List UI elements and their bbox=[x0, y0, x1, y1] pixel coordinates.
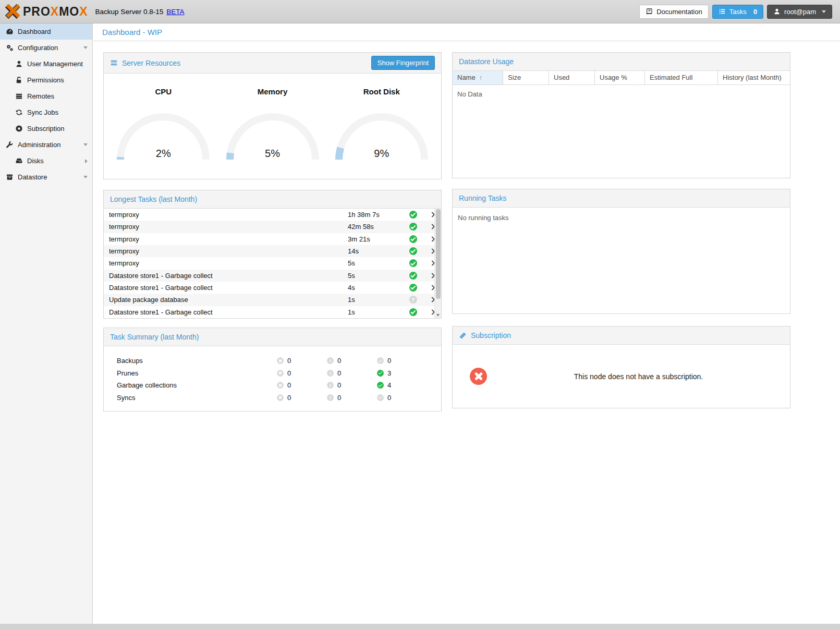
task-row[interactable]: termproxy 1h 38m 7s bbox=[104, 209, 441, 221]
sidebar-item-disks[interactable]: Disks bbox=[0, 153, 92, 169]
sidebar-item-sync-jobs[interactable]: Sync Jobs bbox=[0, 104, 92, 120]
ok-count-icon bbox=[377, 357, 384, 364]
proxmox-logo: PROXMOX bbox=[4, 4, 88, 19]
gauge-percent-value: 9% bbox=[332, 148, 431, 160]
tasks-button[interactable]: Tasks 0 bbox=[712, 5, 763, 19]
ok-count-icon bbox=[377, 370, 384, 377]
datastore-usage-column-headers: NameSizeUsedUsage %Estimated FullHistory… bbox=[453, 71, 790, 85]
column-header[interactable]: History (last Month) bbox=[718, 71, 790, 84]
longest-tasks-header: Longest Tasks (last Month) bbox=[104, 190, 441, 209]
task-duration: 1s bbox=[348, 296, 404, 304]
task-status-icon bbox=[409, 308, 417, 316]
main-area: Dashboard - WIP Server Resources Show Fi… bbox=[93, 23, 840, 624]
ok-count: 3 bbox=[387, 369, 391, 377]
column-header[interactable]: Estimated Full bbox=[645, 71, 718, 84]
gears-icon bbox=[6, 44, 14, 52]
proxmox-x-logo-icon bbox=[4, 4, 21, 19]
brand-segment: MO bbox=[59, 5, 79, 19]
user-menu-button[interactable]: root@pam bbox=[767, 5, 832, 19]
scrollbar-down-arrow[interactable] bbox=[436, 314, 440, 317]
task-name: Datastore store1 - Garbage collect bbox=[109, 308, 348, 316]
brand-segment: X bbox=[79, 5, 88, 19]
warning-count-icon bbox=[327, 394, 334, 401]
sync-icon bbox=[15, 108, 23, 116]
datastore-usage-title: Datastore Usage bbox=[459, 57, 514, 66]
no-subscription-error-icon bbox=[470, 368, 487, 385]
gauge: Memory 5% bbox=[223, 87, 322, 179]
ok-count-icon bbox=[377, 394, 384, 401]
error-count-icon bbox=[277, 357, 284, 364]
error-count-icon bbox=[277, 394, 284, 401]
subscription-message: This node does not have a subscription. bbox=[487, 372, 790, 381]
server-resources-header: Server Resources Show Fingerprint bbox=[104, 53, 441, 74]
sidebar-item-configuration[interactable]: Configuration bbox=[0, 40, 92, 56]
chevron-down-icon bbox=[822, 10, 826, 13]
task-row[interactable]: termproxy 42m 58s bbox=[104, 221, 441, 233]
task-name: Datastore store1 - Garbage collect bbox=[109, 272, 348, 280]
task-row[interactable]: Update package database 1s bbox=[104, 294, 441, 306]
sidebar-item-administration[interactable]: Administration bbox=[0, 137, 92, 153]
task-row[interactable]: Datastore store1 - Garbage collect 5s bbox=[104, 270, 441, 282]
task-row[interactable]: termproxy 3m 21s bbox=[104, 233, 441, 245]
task-status-icon bbox=[409, 284, 417, 292]
datastore-usage-header: Datastore Usage bbox=[453, 53, 790, 71]
task-name: Update package database bbox=[109, 296, 348, 304]
sidebar-item-remotes[interactable]: Remotes bbox=[0, 88, 92, 104]
sidebar-item-subscription[interactable]: Subscription bbox=[0, 120, 92, 137]
warning-count-icon bbox=[327, 382, 334, 389]
task-type-label: Backups bbox=[104, 357, 277, 365]
task-row[interactable]: termproxy 5s bbox=[104, 257, 441, 269]
ok-count: 4 bbox=[387, 381, 391, 389]
task-duration: 42m 58s bbox=[348, 223, 404, 231]
column-header[interactable]: Usage % bbox=[595, 71, 645, 84]
running-tasks-empty-text: No running tasks bbox=[453, 208, 790, 313]
sidebar-item-dashboard[interactable]: Dashboard bbox=[0, 23, 92, 40]
sidebar-item-label: Sync Jobs bbox=[27, 108, 58, 116]
scrollbar-thumb[interactable] bbox=[436, 209, 441, 299]
show-fingerprint-button[interactable]: Show Fingerprint bbox=[371, 56, 435, 70]
brand-segment: X bbox=[51, 5, 59, 19]
dashboard-icon bbox=[6, 28, 14, 35]
tasks-count-badge: 0 bbox=[753, 8, 757, 16]
column-header[interactable]: Size bbox=[503, 71, 549, 84]
task-name: termproxy bbox=[109, 223, 348, 231]
task-status-icon bbox=[409, 259, 417, 267]
sidebar-item-permissions[interactable]: Permissions bbox=[0, 72, 92, 88]
longest-tasks-list: termproxy 1h 38m 7s termproxy 42m 58s te… bbox=[104, 209, 441, 318]
column-header[interactable]: Name bbox=[453, 71, 503, 84]
bars-icon bbox=[110, 59, 118, 67]
task-type-label: Garbage collections bbox=[104, 381, 277, 389]
brand-text: PROXMOX bbox=[23, 5, 88, 19]
tasks-label: Tasks bbox=[729, 8, 747, 16]
longest-tasks-panel: Longest Tasks (last Month) termproxy 1h … bbox=[103, 190, 442, 319]
task-row[interactable]: Datastore store1 - Garbage collect 4s bbox=[104, 282, 441, 294]
column-header[interactable]: Used bbox=[549, 71, 595, 84]
subscription-title: Subscription bbox=[471, 331, 511, 340]
subscription-panel: Subscription This node does not have a s… bbox=[452, 326, 790, 408]
ok-count-icon bbox=[377, 382, 384, 389]
wrench-icon bbox=[6, 141, 14, 149]
task-row[interactable]: termproxy 14s bbox=[104, 245, 441, 257]
error-count: 0 bbox=[287, 394, 291, 402]
sidebar-item-datastore[interactable]: Datastore bbox=[0, 169, 92, 185]
horizontal-scrollbar[interactable] bbox=[0, 624, 840, 629]
top-bar: PROXMOX Backup Server 0.8-15 BETA Docume… bbox=[0, 0, 840, 23]
beta-link[interactable]: BETA bbox=[166, 8, 184, 16]
user-icon bbox=[773, 8, 781, 15]
sidebar-item-label: Dashboard bbox=[18, 28, 51, 35]
task-row[interactable]: Datastore store1 - Garbage collect 1s bbox=[104, 306, 441, 318]
task-status-icon bbox=[409, 223, 417, 231]
task-duration: 5s bbox=[348, 259, 404, 267]
vertical-scrollbar[interactable] bbox=[434, 209, 441, 318]
sidebar-item-label: Permissions bbox=[27, 76, 64, 84]
task-duration: 1h 38m 7s bbox=[348, 211, 404, 219]
sidebar-item-user-management[interactable]: User Management bbox=[0, 56, 92, 72]
task-summary-row: Prunes 0 0 3 bbox=[104, 367, 441, 380]
documentation-button[interactable]: Documentation bbox=[639, 5, 708, 19]
task-duration: 3m 21s bbox=[348, 235, 404, 243]
expander-caret-icon bbox=[85, 159, 88, 163]
task-summary-row: Backups 0 0 0 bbox=[104, 355, 441, 367]
task-type-label: Prunes bbox=[104, 369, 277, 377]
archive-icon bbox=[6, 173, 14, 181]
brand-segment: PRO bbox=[23, 5, 51, 19]
